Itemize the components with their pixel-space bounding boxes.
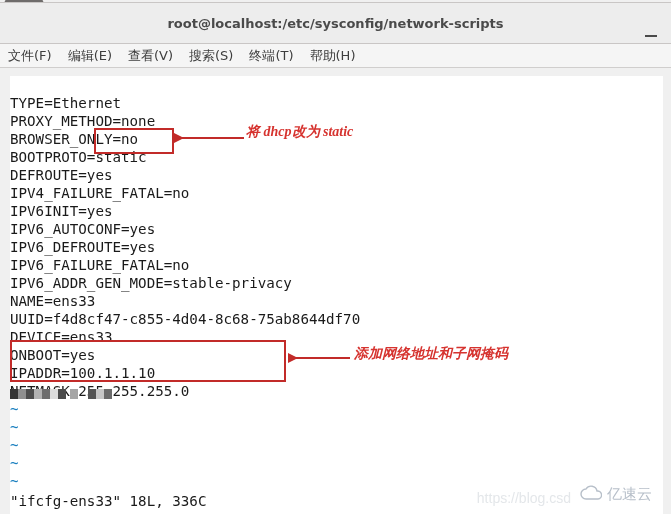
file-line: NAME=ens33 bbox=[10, 293, 95, 309]
menubar: 文件(F) 编辑(E) 查看(V) 搜索(S) 终端(T) 帮助(H) bbox=[0, 44, 671, 68]
menu-help[interactable]: 帮助(H) bbox=[310, 47, 356, 65]
menu-view[interactable]: 查看(V) bbox=[128, 47, 173, 65]
vim-tilde: ~ bbox=[10, 419, 19, 435]
file-line: IPV4_FAILURE_FATAL=no bbox=[10, 185, 189, 201]
file-line: DEFROUTE=yes bbox=[10, 167, 113, 183]
annotation-text-bootproto: 将 dhcp改为 static bbox=[246, 123, 353, 141]
annotation-text-ipaddr: 添加网络地址和子网掩码 bbox=[354, 345, 508, 363]
file-line: IPV6_FAILURE_FATAL=no bbox=[10, 257, 189, 273]
vim-tilde: ~ bbox=[10, 473, 19, 489]
vim-tilde: ~ bbox=[10, 401, 19, 417]
file-line: IPV6_ADDR_GEN_MODE=stable-privacy bbox=[10, 275, 292, 291]
menu-search[interactable]: 搜索(S) bbox=[189, 47, 233, 65]
cloud-icon bbox=[580, 484, 602, 505]
watermark-brand: 亿速云 bbox=[580, 484, 660, 506]
file-line: DEVICE=ens33 bbox=[10, 329, 113, 345]
file-line: BOOTPROTO=static bbox=[10, 149, 147, 165]
file-line: IPADDR=100.1.1.10 bbox=[10, 365, 155, 381]
file-line: IPV6INIT=yes bbox=[10, 203, 113, 219]
file-line: TYPE=Ethernet bbox=[10, 95, 121, 111]
window-titlebar: root@localhost:/etc/sysconfig/network-sc… bbox=[0, 2, 671, 44]
vim-status-line: "ifcfg-ens33" 18L, 336C bbox=[10, 492, 206, 510]
file-line: IPV6_DEFROUTE=yes bbox=[10, 239, 155, 255]
terminal-editor[interactable]: TYPE=Ethernet PROXY_METHOD=none BROWSER_… bbox=[10, 76, 663, 514]
file-line: BROWSER_ONLY=no bbox=[10, 131, 138, 147]
menu-file[interactable]: 文件(F) bbox=[8, 47, 52, 65]
file-line: IPV6_AUTOCONF=yes bbox=[10, 221, 155, 237]
menu-edit[interactable]: 编辑(E) bbox=[68, 47, 112, 65]
minimize-icon[interactable] bbox=[645, 35, 657, 37]
watermark-url: https://blog.csd bbox=[477, 490, 571, 506]
menu-terminal[interactable]: 终端(T) bbox=[249, 47, 293, 65]
redacted-pixel-row bbox=[10, 389, 120, 400]
window-title: root@localhost:/etc/sysconfig/network-sc… bbox=[167, 16, 503, 31]
watermark-brand-text: 亿速云 bbox=[607, 485, 652, 502]
file-line: PROXY_METHOD=none bbox=[10, 113, 155, 129]
vim-tilde: ~ bbox=[10, 437, 19, 453]
file-line: ONBOOT=yes bbox=[10, 347, 95, 363]
file-line: UUID=f4d8cf47-c855-4d04-8c68-75ab8644df7… bbox=[10, 311, 360, 327]
vim-tilde: ~ bbox=[10, 455, 19, 471]
